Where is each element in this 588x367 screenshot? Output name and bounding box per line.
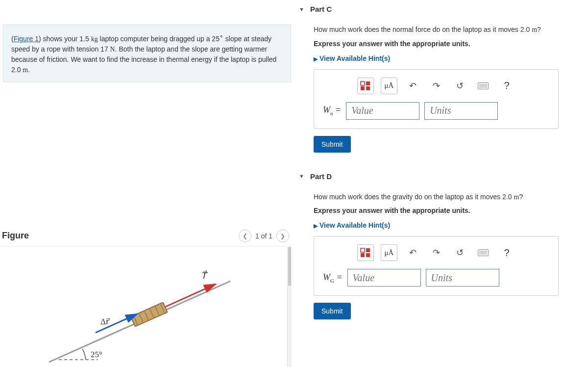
part-d-submit-button[interactable]: Submit xyxy=(314,303,351,319)
svg-line-9 xyxy=(166,284,216,307)
part-c-value-input[interactable] xyxy=(346,102,419,120)
svg-rect-13 xyxy=(361,86,365,90)
part-d-variable: WG = xyxy=(323,272,343,284)
chevron-down-icon: ▼ xyxy=(299,173,304,179)
figure-prev-button[interactable]: ❮ xyxy=(239,230,251,242)
part-c-variable: Wn = xyxy=(323,105,341,116)
part-d-question: How much work does the gravity do on the… xyxy=(314,192,578,202)
help-button[interactable]: ? xyxy=(498,78,515,94)
figure-svg: 25° xyxy=(0,247,284,367)
svg-rect-18 xyxy=(366,253,370,257)
figure-title: Figure xyxy=(2,231,29,241)
figure-scrollbar[interactable] xyxy=(287,247,292,367)
part-c-question: How much work does the normal force do o… xyxy=(314,25,578,35)
svg-rect-12 xyxy=(366,81,370,85)
svg-rect-15 xyxy=(361,248,365,252)
part-d-units-input[interactable] xyxy=(426,269,499,287)
part-c-title: Part C xyxy=(310,5,332,13)
part-c-hints-toggle[interactable]: ▶View Available Hint(s) xyxy=(314,54,578,62)
undo-button[interactable]: ↶ xyxy=(404,244,421,261)
part-c: ▼ Part C How much work does the normal f… xyxy=(299,0,578,153)
templates-button[interactable] xyxy=(357,244,374,261)
svg-rect-11 xyxy=(361,81,365,85)
svg-rect-17 xyxy=(361,253,365,257)
part-d-header[interactable]: ▼ Part D xyxy=(299,167,578,185)
units-button[interactable]: μÅ xyxy=(381,78,397,94)
part-c-units-input[interactable] xyxy=(424,102,498,120)
delta-r-label: Δr⃗ xyxy=(100,317,110,326)
figure-panel: Figure ❮ 1 of 1 ❯ 25° xyxy=(0,230,294,367)
redo-button[interactable]: ↷ xyxy=(428,244,444,261)
templates-button[interactable] xyxy=(357,78,374,94)
figure-link[interactable]: Figure 1 xyxy=(14,35,39,43)
keyboard-button[interactable] xyxy=(475,244,491,261)
problem-statement: (Figure 1) shows your 1.5 kg laptop comp… xyxy=(3,25,291,82)
part-d-value-input[interactable] xyxy=(347,269,421,287)
part-c-instruction: Express your answer with the appropriate… xyxy=(314,40,578,48)
reset-button[interactable]: ↺ xyxy=(451,78,468,94)
help-button[interactable]: ? xyxy=(498,244,515,261)
part-d-title: Part D xyxy=(310,172,332,181)
units-button[interactable]: μÅ xyxy=(381,244,397,261)
svg-rect-16 xyxy=(366,248,370,252)
redo-button[interactable]: ↷ xyxy=(428,78,444,94)
part-c-header[interactable]: ▼ Part C xyxy=(299,0,578,18)
part-d-answer-box: μÅ ↶ ↷ ↺ ? WG = xyxy=(314,236,559,296)
part-d-hints-toggle[interactable]: ▶View Available Hint(s) xyxy=(314,221,578,229)
reset-button[interactable]: ↺ xyxy=(451,244,468,261)
triangle-right-icon: ▶ xyxy=(314,223,318,229)
figure-counter: 1 of 1 xyxy=(255,232,272,240)
figure-next-button[interactable]: ❯ xyxy=(276,230,289,242)
undo-button[interactable]: ↶ xyxy=(404,78,421,94)
chevron-down-icon: ▼ xyxy=(299,6,304,12)
degree-symbol: ∘ xyxy=(220,33,223,39)
triangle-right-icon: ▶ xyxy=(314,56,318,62)
part-c-submit-button[interactable]: Submit xyxy=(314,136,351,153)
part-d-instruction: Express your answer with the appropriate… xyxy=(314,207,578,214)
part-c-answer-box: μÅ ↶ ↷ ↺ ? Wn = xyxy=(314,69,559,129)
angle-label: 25° xyxy=(91,350,102,359)
svg-rect-14 xyxy=(366,86,370,90)
tension-label: T⃗ xyxy=(201,270,208,281)
part-d: ▼ Part D How much work does the gravity … xyxy=(299,167,578,320)
keyboard-button[interactable] xyxy=(475,78,491,94)
